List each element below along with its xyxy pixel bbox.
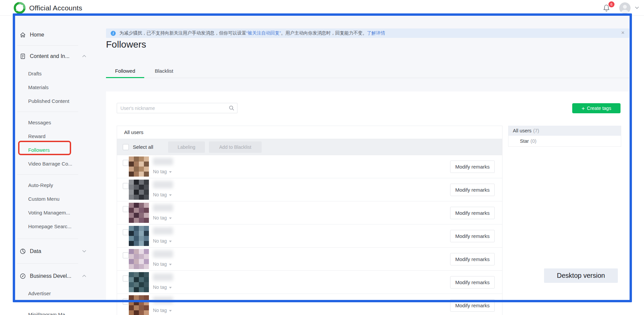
auto-reply-link[interactable]: “被关注自动回复” [246,30,281,36]
follower-row: No tag Modify remarks [117,225,502,248]
sidebar-item-advertiser[interactable]: Advertiser [15,287,101,300]
modify-remarks-button[interactable]: Modify remarks [450,207,495,219]
modify-remarks-button[interactable]: Modify remarks [450,253,495,265]
modify-remarks-button[interactable]: Modify remarks [450,299,495,312]
sidebar-item-published-content[interactable]: Published Content [15,94,101,108]
user-avatar-blurred [129,156,149,177]
row-checkbox[interactable] [123,183,129,189]
tab-followed[interactable]: Followed [106,65,144,78]
logo-text: Official Accounts [29,4,82,12]
search-input[interactable] [117,103,237,113]
tag-dropdown[interactable]: No tag [153,169,173,174]
user-nickname-blurred [153,250,173,258]
sidebar-item-business-devel[interactable]: Business Devel... [15,269,101,283]
notifications-button[interactable]: 6 [602,4,611,12]
row-checkbox[interactable] [123,252,129,258]
row-checkbox[interactable] [123,275,129,281]
user-avatar-blurred [129,180,149,200]
chevron-up-icon [82,55,86,57]
user-info: No tag [153,273,173,290]
tag-count: (0) [531,138,537,144]
chevron-down-icon[interactable] [635,6,639,9]
sidebar-item-data[interactable]: Data [15,244,101,258]
sidebar-item-content-and-in[interactable]: Content and In... [15,49,101,63]
sidebar-item-messages[interactable]: Messages [15,116,101,129]
sidebar-item-reward[interactable]: Reward [15,129,101,143]
modify-remarks-button[interactable]: Modify remarks [450,184,495,196]
caret-down-icon [169,217,172,219]
tab-blacklist[interactable]: Blacklist [146,65,182,78]
add-to-blacklist-button[interactable]: Add to Blacklist [209,141,262,153]
official-accounts-logo[interactable]: Official Accounts [13,2,82,14]
tag-item-all-users[interactable]: All users (7) [508,126,621,136]
learn-more-link[interactable]: 了解详情 [367,30,385,36]
sidebar-item-video-barrage-co[interactable]: Video Barrage Co... [15,157,101,171]
user-info: No tag [153,250,173,267]
table-header: All users [117,126,502,139]
account-avatar[interactable] [619,2,631,14]
tag-dropdown[interactable]: No tag [153,192,173,197]
wechat-swirl-icon [13,2,26,14]
sidebar-item-auto-reply[interactable]: Auto-Reply [15,178,101,192]
select-all-checkbox[interactable] [123,144,129,150]
user-nickname-blurred [153,227,173,235]
row-checkbox[interactable] [123,299,129,305]
tag-dropdown[interactable]: No tag [153,261,173,267]
caret-down-icon [169,194,172,196]
caret-down-icon [169,264,172,265]
sidebar-item-drafts[interactable]: Drafts [15,67,101,80]
sidebar-item-followers[interactable]: Followers [15,143,101,157]
search-icon[interactable] [229,105,234,112]
left-margin [0,16,13,315]
business-icon [19,273,26,279]
tag-item-star[interactable]: Star (0) [508,136,621,146]
sidebar: HomeContent and In...DraftsMaterialsPubl… [15,16,101,315]
sidebar-item-custom-menu[interactable]: Custom Menu [15,192,101,206]
user-nickname-blurred [153,297,173,304]
sidebar-divider [17,263,78,264]
tag-dropdown[interactable]: No tag [153,215,173,220]
close-icon[interactable]: × [621,29,625,36]
info-icon: i [111,31,116,36]
modify-remarks-button[interactable]: Modify remarks [450,161,495,173]
row-checkbox[interactable] [123,160,129,166]
plus-icon: + [582,106,585,111]
row-checkbox[interactable] [123,229,129,235]
data-icon [19,248,26,255]
desktop-version-button[interactable]: Desktop version [544,268,618,283]
page-body: HomeContent and In...DraftsMaterialsPubl… [0,16,644,315]
labeling-button[interactable]: Labeling [168,141,205,153]
modify-remarks-button[interactable]: Modify remarks [450,276,495,289]
page: Official Accounts 6 [0,0,644,315]
chevron-down-icon [82,250,86,252]
sidebar-divider [17,239,78,239]
table-toolbar: Select all Labeling Add to Blacklist [117,139,502,155]
create-tags-button[interactable]: + Create tags [572,103,621,113]
tag-count: (7) [533,128,539,133]
tag-dropdown[interactable]: No tag [153,285,173,290]
select-all-label: Select all [133,144,153,150]
user-info: No tag [153,227,173,244]
sidebar-divider [17,174,78,175]
follower-row: No tag Modify remarks [117,294,502,315]
sidebar-item-miniprogram-ma[interactable]: MiniProgram Ma... [15,308,101,315]
tabs: Followed Blacklist [106,65,629,78]
user-info: No tag [153,297,173,313]
right-margin [632,16,644,315]
follower-rows: No tag Modify remarks No tag Modify rema… [117,155,502,315]
tag-dropdown[interactable]: No tag [153,238,173,244]
modify-remarks-button[interactable]: Modify remarks [450,230,495,242]
tag-dropdown[interactable]: No tag [153,308,173,313]
sidebar-item-home[interactable]: Home [15,28,101,42]
user-avatar-blurred [129,226,149,246]
sidebar-divider [17,45,78,46]
user-nickname-blurred [153,181,173,188]
avatar-placeholder-icon [619,2,631,14]
sidebar-item-homepage-searc[interactable]: Homepage Searc... [15,219,101,233]
caret-down-icon [169,287,172,289]
user-avatar-blurred [129,295,149,315]
row-checkbox[interactable] [123,206,129,212]
sidebar-item-materials[interactable]: Materials [15,80,101,94]
sidebar-item-voting-managem[interactable]: Voting Managem... [15,206,101,219]
user-avatar-blurred [129,249,149,269]
